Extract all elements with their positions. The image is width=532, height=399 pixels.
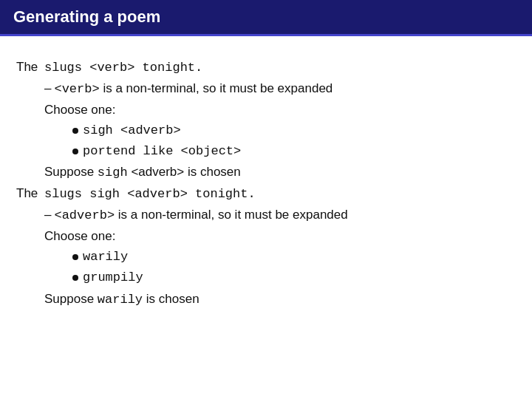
choose1-line: Choose one: bbox=[16, 100, 516, 120]
line2-text: <verb> is a non-terminal, so it must be … bbox=[54, 78, 332, 100]
suppose2-code: warily bbox=[98, 293, 143, 307]
line2: – <verb> is a non-terminal, so it must b… bbox=[16, 78, 516, 100]
suppose1-pre: Suppose bbox=[44, 165, 98, 179]
line1-label: The bbox=[16, 57, 44, 78]
bullet2b-dot bbox=[72, 275, 78, 281]
choose1-text: Choose one: bbox=[44, 103, 115, 117]
bullet2a-item: warily bbox=[72, 247, 516, 267]
line4-text: <adverb> is a non-terminal, so it must b… bbox=[54, 205, 347, 226]
suppose2-post: is chosen bbox=[143, 292, 200, 306]
line4: – <adverb> is a non-terminal, so it must… bbox=[16, 205, 516, 226]
bullet2a-dot bbox=[72, 254, 78, 260]
line4-adverb: <adverb> bbox=[54, 208, 115, 222]
bullet1a-text: sigh <adverb> bbox=[83, 120, 181, 141]
line2-dash: – bbox=[44, 78, 51, 99]
line2-rest: is a non-terminal, so it must be expande… bbox=[100, 81, 333, 95]
bullet2b-text: grumpily bbox=[83, 267, 143, 288]
bullet1b-item: portend like <object> bbox=[72, 141, 516, 162]
bullet1a-dot bbox=[72, 128, 78, 134]
suppose1-line: Suppose sigh <adverb> is chosen bbox=[16, 162, 516, 183]
suppose2-line: Suppose warily is chosen bbox=[16, 289, 516, 310]
suppose1-post: <adverb> is chosen bbox=[128, 165, 241, 179]
bullet-group-1: sigh <adverb> portend like <object> bbox=[16, 120, 516, 162]
page-title: Generating a poem bbox=[0, 0, 532, 36]
line1-code: slugs <verb> tonight. bbox=[44, 58, 202, 78]
line1: The slugs <verb> tonight. bbox=[16, 57, 516, 78]
bullet1b-dot bbox=[72, 149, 78, 154]
suppose2-pre: Suppose bbox=[44, 292, 98, 306]
bullet1a-item: sigh <adverb> bbox=[72, 120, 516, 141]
bullet-group-2: warily grumpily bbox=[16, 247, 516, 288]
line3-code: slugs sigh <adverb> tonight. bbox=[44, 184, 256, 205]
line4-rest: is a non-terminal, so it must be expande… bbox=[115, 208, 348, 222]
line3-label: The bbox=[16, 183, 44, 204]
line2-verb: <verb> bbox=[54, 82, 99, 96]
suppose1-code: sigh bbox=[98, 166, 128, 180]
bullet2b-item: grumpily bbox=[72, 267, 516, 288]
line3: The slugs sigh <adverb> tonight. bbox=[16, 183, 516, 205]
choose2-line: Choose one: bbox=[16, 226, 516, 247]
choose2-text: Choose one: bbox=[44, 229, 115, 243]
line4-dash: – bbox=[44, 205, 51, 225]
bullet1b-text: portend like <object> bbox=[83, 141, 241, 162]
title-text: Generating a poem bbox=[13, 7, 160, 26]
bullet2a-text: warily bbox=[83, 247, 128, 267]
main-content: The slugs <verb> tonight. – <verb> is a … bbox=[0, 36, 532, 325]
